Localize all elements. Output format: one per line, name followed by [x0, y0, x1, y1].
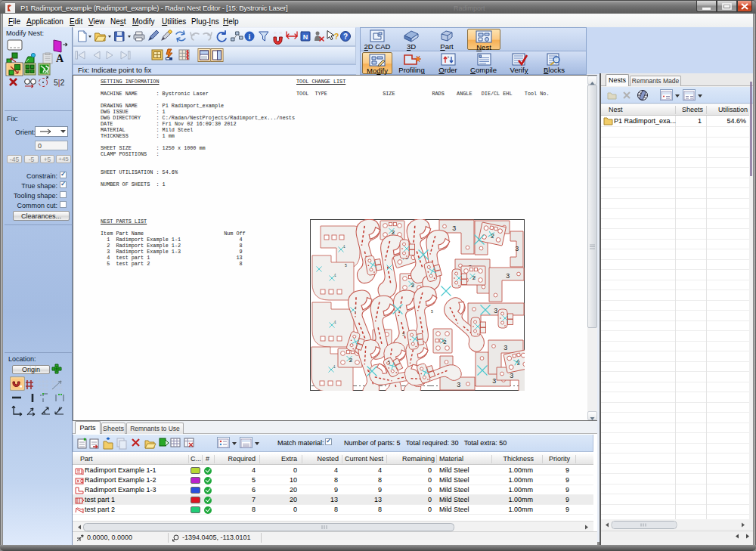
svg-text:3: 3	[494, 308, 497, 315]
svg-text:N: N	[303, 33, 308, 41]
svg-text:3: 3	[503, 345, 507, 352]
svg-text:A: A	[56, 53, 64, 64]
svg-text:3: 3	[515, 246, 519, 253]
svg-text:?: ?	[334, 32, 339, 41]
svg-text:5: 5	[388, 361, 390, 365]
svg-text:?: ?	[343, 33, 348, 41]
svg-text:i: i	[249, 33, 251, 41]
svg-text:3: 3	[506, 273, 510, 280]
svg-text:+: +	[447, 54, 449, 59]
svg-text:5: 5	[431, 310, 433, 314]
svg-text:5: 5	[402, 333, 404, 337]
svg-text:5: 5	[345, 264, 347, 268]
svg-text:5|2: 5|2	[54, 78, 65, 87]
